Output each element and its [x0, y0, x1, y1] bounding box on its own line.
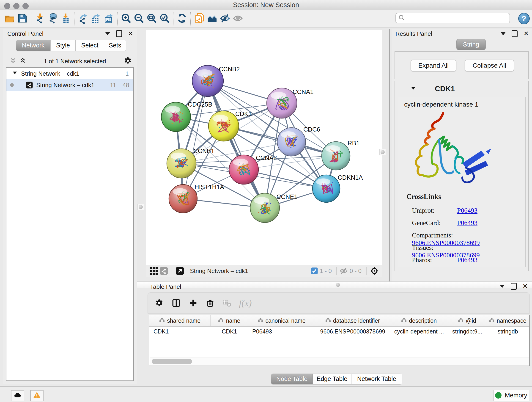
close-panel-button[interactable] [128, 31, 133, 36]
float-panel-button[interactable] [511, 283, 517, 290]
network-name: String Network – cdk1 [36, 82, 94, 89]
delete-column-icon[interactable] [205, 298, 215, 308]
help-button[interactable] [518, 13, 530, 24]
import-network-file-button[interactable] [33, 12, 46, 26]
zoom-out-button[interactable] [133, 12, 145, 26]
column-header--id[interactable]: @id [448, 315, 486, 326]
column-header-description[interactable]: description [390, 315, 448, 326]
table-panel: Table Panel shared namenamecanonical nam… [146, 282, 532, 386]
memory-button[interactable]: Memory [493, 390, 529, 401]
protein-structure-image [405, 110, 496, 191]
network-node-RB1[interactable] [322, 142, 350, 170]
close-panel-button[interactable] [524, 31, 529, 36]
network-node-HIST1H1A[interactable] [169, 185, 197, 213]
crosslink-link[interactable]: P06493 [457, 207, 477, 214]
new-network-from-selection-icon [194, 13, 205, 25]
crosslink-link[interactable]: P06493 [457, 219, 477, 226]
open-session-button[interactable] [3, 12, 16, 26]
column-header-canonical-name[interactable]: canonical name [248, 315, 315, 326]
collapse-all-button[interactable]: Collapse All [465, 60, 514, 71]
close-window-button[interactable] [4, 3, 10, 9]
save-session-button[interactable] [16, 12, 29, 26]
hide-selected-button[interactable] [219, 12, 231, 26]
create-column-icon[interactable] [188, 298, 198, 308]
left-splitter-handle[interactable] [138, 204, 144, 210]
collapse-panel-button[interactable] [500, 285, 505, 288]
network-node-CCNB1[interactable] [167, 149, 196, 178]
tab-node-table[interactable]: Node Table [271, 374, 313, 384]
table-cell: CDK1 [149, 328, 210, 335]
tab-edge-table[interactable]: Edge Table [313, 374, 351, 384]
network-selection-bar: 1 of 1 Network selected [3, 56, 137, 66]
export-table-button[interactable] [89, 12, 102, 26]
tab-network-table[interactable]: Network Table [351, 374, 402, 384]
cloud-status-button[interactable] [11, 390, 24, 401]
table-cell: cyclin-dependent ... [390, 328, 448, 335]
zoom-fit-content-button[interactable] [145, 12, 158, 26]
show-all-button[interactable] [231, 12, 244, 26]
birds-eye-view-icon[interactable] [369, 266, 380, 276]
collapse-all-networks-icon[interactable] [19, 57, 26, 65]
network-tree-row[interactable]: String Network – cdk1 1 [6, 68, 133, 79]
apply-preferred-layout-button[interactable] [176, 12, 188, 26]
network-graph[interactable]: CCNB2CCNA1CDC25BCDK1CDC6RB1CCNB1CCNA2CDK… [146, 30, 382, 265]
crosslink-link[interactable]: P06493 [457, 256, 477, 264]
network-tree-row[interactable]: String Network – cdk1 11 48 [6, 79, 133, 91]
network-view-canvas[interactable]: CCNB2CCNA1CDC25BCDK1CDC6RB1CCNB1CCNA2CDK… [146, 30, 382, 265]
network-options-gear-icon[interactable] [124, 57, 132, 66]
selected-checkbox-icon[interactable] [311, 266, 318, 276]
export-image-button[interactable] [102, 12, 115, 26]
network-node-CDC25B[interactable] [161, 102, 191, 132]
collapse-section-icon[interactable] [410, 85, 417, 92]
import-table-file-icon [60, 13, 71, 25]
table-options-gear-icon[interactable] [154, 298, 164, 308]
minimize-window-button[interactable] [13, 3, 19, 9]
new-network-from-selection-button[interactable] [193, 12, 206, 26]
collapse-panel-button[interactable] [105, 32, 110, 35]
tab-select[interactable]: Select [76, 40, 104, 51]
export-network-icon [78, 13, 88, 25]
float-panel-button[interactable] [512, 30, 518, 37]
expander-icon[interactable] [12, 70, 18, 77]
scrollbar-thumb[interactable] [152, 359, 192, 364]
column-header-shared-name[interactable]: shared name [149, 315, 210, 326]
select-first-neighbors-button[interactable] [206, 12, 219, 26]
expand-all-networks-icon[interactable] [10, 57, 17, 65]
column-type-icon [401, 317, 407, 324]
column-header-namespace[interactable]: namespace [486, 315, 529, 326]
expand-all-button[interactable]: Expand All [411, 60, 456, 71]
zoom-in-button[interactable] [120, 12, 133, 26]
gene-section-header[interactable]: CDK1 [395, 81, 528, 96]
network-node-CCNE1[interactable] [250, 193, 279, 223]
column-header-database-identifier[interactable]: database identifier [315, 315, 390, 326]
grid-view-icon[interactable] [149, 266, 159, 276]
network-node-CDKN1A[interactable] [312, 175, 340, 202]
zoom-selected-button[interactable] [158, 12, 171, 26]
export-network-button[interactable] [76, 12, 89, 26]
show-columns-icon[interactable] [171, 298, 181, 308]
search-input[interactable] [405, 13, 510, 23]
tab-sets[interactable]: Sets [104, 40, 126, 51]
warnings-button[interactable] [30, 390, 44, 401]
column-header-name[interactable]: name [210, 315, 248, 326]
collapse-panel-button[interactable] [500, 32, 506, 35]
zoom-window-button[interactable] [22, 3, 29, 9]
table-row[interactable]: CDK1CDK1P064939606.ENSP00000378699cyclin… [149, 327, 529, 336]
import-table-file-button[interactable] [59, 12, 72, 26]
vertical-divider[interactable] [389, 29, 390, 281]
network-node-CDC6[interactable] [277, 128, 306, 156]
tab-network[interactable]: Network [16, 40, 51, 51]
memory-status-dot [495, 392, 501, 399]
network-edge[interactable] [183, 81, 208, 199]
network-node-CCNA2[interactable] [229, 155, 259, 184]
close-panel-button[interactable] [523, 283, 528, 289]
right-splitter-handle[interactable] [380, 149, 386, 155]
tab-style[interactable]: Style [51, 40, 76, 51]
open-in-window-icon[interactable] [175, 266, 185, 276]
gene-result-section: CDK1 cyclin-dependent kinase 1 [394, 81, 529, 271]
float-panel-button[interactable] [116, 30, 122, 37]
tab-string[interactable]: String [456, 39, 486, 50]
import-network-from-database-button[interactable] [46, 12, 59, 26]
gene-description: cyclin-dependent kinase 1 [404, 101, 478, 108]
network-node-CDK1[interactable] [209, 111, 239, 141]
